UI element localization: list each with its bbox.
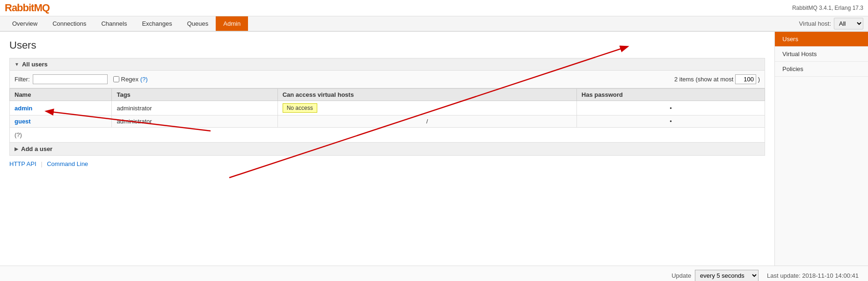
all-users-label: All users [22, 61, 48, 68]
users-table: Name Tags Can access virtual hosts Has p… [9, 88, 765, 128]
last-update: Last update: 2018-11-10 14:00:41 [767, 272, 859, 279]
sidebar-item-users[interactable]: Users [775, 32, 868, 47]
user-password-guest: • [576, 115, 765, 128]
user-tags-guest: administrator [112, 115, 277, 128]
command-line-link[interactable]: Command Line [47, 160, 88, 167]
table-row[interactable]: admin administrator No access • [10, 101, 765, 115]
nav-connections[interactable]: Connections [45, 16, 94, 31]
logo: RabbitMQ [5, 2, 50, 14]
user-access-admin: No access [277, 101, 576, 115]
version-info: RabbitMQ 3.4.1, Erlang 17.3 [792, 5, 863, 11]
qmark-note: (?) [9, 128, 765, 143]
user-name-admin[interactable]: admin [10, 101, 112, 115]
right-sidebar: Users Virtual Hosts Policies [774, 32, 868, 266]
expand-icon: ▶ [15, 146, 18, 151]
nav-overview[interactable]: Overview [5, 16, 45, 31]
page-title: Users [9, 39, 765, 51]
col-has-password: Has password [576, 89, 765, 101]
add-user-label: Add a user [21, 145, 52, 152]
sidebar-item-virtual-hosts[interactable]: Virtual Hosts [775, 47, 868, 62]
sidebar-item-policies[interactable]: Policies [775, 62, 868, 77]
col-tags: Tags [112, 89, 277, 101]
user-access-guest: / [277, 115, 576, 128]
nav-queues[interactable]: Queues [180, 16, 216, 31]
col-can-access: Can access virtual hosts [277, 89, 576, 101]
user-name-guest[interactable]: guest [10, 115, 112, 128]
all-users-section-header[interactable]: ▼ All users [9, 58, 765, 71]
update-select[interactable]: every 5 seconds every 10 seconds every 3… [695, 270, 759, 281]
regex-checkbox[interactable] [113, 76, 119, 82]
items-max-input[interactable] [735, 74, 756, 84]
table-row[interactable]: guest administrator / • [10, 115, 765, 128]
nav-exchanges[interactable]: Exchanges [134, 16, 179, 31]
http-api-link[interactable]: HTTP API [9, 160, 36, 167]
col-name: Name [10, 89, 112, 101]
nav-channels[interactable]: Channels [94, 16, 134, 31]
collapse-icon: ▼ [15, 62, 19, 67]
items-count: 2 items (show at most ) [674, 74, 760, 84]
virtual-host-label: Virtual host: [799, 20, 831, 27]
virtual-host-select[interactable]: All [834, 18, 863, 29]
filter-label: Filter: [15, 76, 30, 83]
add-user-section-header[interactable]: ▶ Add a user [10, 143, 765, 155]
update-label: Update [671, 272, 691, 279]
nav-admin[interactable]: Admin [216, 16, 248, 31]
filter-input[interactable] [33, 74, 108, 84]
user-password-admin: • [576, 101, 765, 115]
user-tags-admin: administrator [112, 101, 277, 115]
regex-label: Regex (?) [121, 76, 148, 83]
